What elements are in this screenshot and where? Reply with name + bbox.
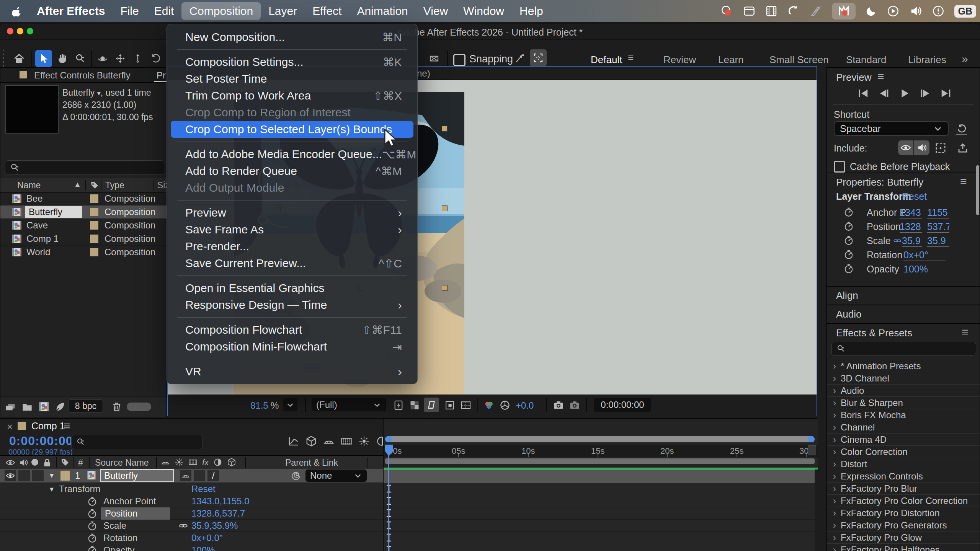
- group-chevron[interactable]: ▾: [50, 484, 54, 494]
- effects-group[interactable]: ›FxFactory Pro Blur: [827, 483, 980, 495]
- audio-column-icon[interactable]: [18, 458, 28, 468]
- transform-reset-button[interactable]: Reset: [191, 484, 216, 494]
- timeline-search-input[interactable]: [71, 435, 203, 449]
- zoom-tool[interactable]: [72, 50, 89, 67]
- effects-group[interactable]: ›FxFactory Pro Generators: [827, 519, 980, 531]
- right-column-scrollbar[interactable]: [976, 165, 979, 215]
- project-row-cave[interactable]: Cave Composition: [0, 219, 167, 232]
- position-y-value[interactable]: 537.7: [927, 221, 949, 233]
- parent-link-column[interactable]: Parent & Link: [285, 458, 338, 468]
- timeline-tab-comp-1[interactable]: Comp 1: [31, 421, 65, 432]
- trash-icon[interactable]: [111, 401, 122, 412]
- film-status-icon[interactable]: [765, 5, 777, 17]
- audio-panel[interactable]: Audio: [826, 305, 980, 324]
- align-panel[interactable]: Align: [826, 286, 980, 305]
- effects-group[interactable]: ›FxFactory Pro Color Correction: [827, 495, 980, 507]
- cache-before-playback-checkbox[interactable]: [834, 161, 845, 173]
- rotation-row[interactable]: Rotation 0x+0.0°: [0, 532, 383, 544]
- workspace-tab-standard[interactable]: Standard: [846, 54, 887, 66]
- stopwatch-icon[interactable]: [844, 235, 854, 245]
- project-row-butterfly-selected[interactable]: Butterfly Composition: [0, 205, 167, 219]
- first-frame-button[interactable]: [858, 88, 869, 99]
- thumbnail-size-slider[interactable]: [127, 403, 151, 411]
- stopwatch-icon[interactable]: [87, 533, 97, 543]
- effects-group[interactable]: ›FxFactory Pro Distortion: [827, 507, 980, 519]
- effects-group[interactable]: ›3D Channel: [827, 372, 980, 385]
- menu-item-responsive-design-time[interactable]: Responsive Design — Time›: [171, 297, 413, 313]
- interpret-footage-icon[interactable]: [5, 402, 16, 412]
- fx-column-icon[interactable]: fx: [202, 458, 209, 468]
- include-overlays-icon[interactable]: [935, 142, 946, 154]
- effects-group[interactable]: ›Expression Controls: [827, 470, 980, 483]
- effects-group[interactable]: ›Audio: [827, 385, 980, 397]
- label-column-icon[interactable]: [90, 181, 99, 190]
- new-folder-icon[interactable]: [22, 402, 33, 412]
- anchor-y-value[interactable]: 1155: [927, 207, 949, 218]
- menu-item-add-to-render-queue[interactable]: Add to Render Queue^⌘M: [171, 163, 413, 179]
- bit-depth-button[interactable]: 8 bpc: [69, 399, 103, 412]
- tab-project-fragment[interactable]: Pr: [157, 70, 166, 81]
- stopwatch-icon[interactable]: [87, 496, 97, 506]
- resolution-dropdown[interactable]: (Full): [312, 398, 386, 411]
- menu-item-composition-flowchart[interactable]: Composition Flowchart⇧⌘F11: [171, 321, 413, 338]
- frame-blending-icon[interactable]: [341, 435, 352, 447]
- menu-item-composition-mini-flowchart[interactable]: Composition Mini-Flowchart⇥: [171, 338, 413, 355]
- parent-pickwhip-icon[interactable]: [291, 471, 301, 481]
- timeline-horizontal-scrollbar[interactable]: [385, 436, 815, 442]
- viewer-tab-fragment[interactable]: ne): [417, 68, 430, 79]
- viewer-timecode[interactable]: 0:00:00:00: [594, 398, 651, 412]
- adjustment-column-icon[interactable]: [213, 458, 222, 467]
- stopwatch-icon[interactable]: [87, 521, 97, 531]
- motion-blur-icon[interactable]: [358, 435, 370, 447]
- snap-along-edges-icon[interactable]: [511, 50, 528, 67]
- opacity-row[interactable]: Opacity 100%: [0, 544, 383, 551]
- workspace-tab-small-screen[interactable]: Small Screen: [769, 54, 829, 66]
- layer-name-butterfly[interactable]: Butterfly: [100, 469, 174, 482]
- menu-animation[interactable]: Animation: [349, 2, 415, 20]
- workspace-tab-default[interactable]: Default: [591, 54, 622, 66]
- timeline-tab-close-icon[interactable]: ×: [7, 421, 13, 433]
- tab-effect-controls[interactable]: Effect Controls Butterfly: [34, 70, 131, 81]
- display-icon[interactable]: [743, 5, 755, 17]
- lock-column-icon[interactable]: [42, 458, 52, 468]
- draft-3d-icon[interactable]: [305, 435, 317, 447]
- layer-transform-reset-button[interactable]: Reset: [902, 191, 927, 202]
- sync-status-icon[interactable]: [787, 5, 800, 17]
- hide-shy-layers-icon[interactable]: [323, 435, 335, 447]
- timeline-current-timecode[interactable]: 0:00:00:00: [9, 434, 73, 448]
- menubar-app-m-icon[interactable]: [832, 3, 856, 20]
- menu-item-preview[interactable]: Preview›: [171, 204, 413, 221]
- timeline-tab-menu-icon[interactable]: ≡: [64, 419, 70, 432]
- effects-group[interactable]: ›Boris FX Mocha: [827, 409, 980, 421]
- layer-visibility-eye[interactable]: [5, 470, 16, 481]
- dropdown-arrow-icon[interactable]: ▾: [97, 90, 101, 97]
- handle-mid-right[interactable]: [442, 205, 448, 211]
- layer-label-chip[interactable]: [60, 471, 70, 481]
- position-x-value[interactable]: 1328: [900, 221, 922, 233]
- scrollbar-left-handle[interactable]: [385, 436, 392, 442]
- preview-panel-menu-icon[interactable]: ≡: [877, 70, 884, 83]
- workspace-tab-libraries[interactable]: Libraries: [908, 54, 946, 66]
- project-row-world[interactable]: World Composition: [0, 246, 167, 259]
- 3d-column-icon[interactable]: [227, 458, 236, 467]
- anchor-point-row[interactable]: Anchor Point 1343.0,1155.0: [0, 495, 383, 507]
- snap-to-features-button[interactable]: [530, 49, 547, 66]
- shortcut-dropdown[interactable]: Spacebar: [834, 121, 949, 136]
- parent-dropdown[interactable]: None: [305, 469, 367, 482]
- work-area-bar[interactable]: [385, 458, 815, 464]
- label-color-chip[interactable]: [90, 208, 98, 216]
- scale-value[interactable]: 35.9,35.9%: [191, 520, 238, 531]
- menu-window[interactable]: Window: [456, 2, 512, 20]
- mini-flowchart-icon[interactable]: [288, 435, 299, 447]
- shy-column-icon[interactable]: [161, 458, 170, 467]
- label-color-chip[interactable]: [90, 235, 98, 243]
- label-color-chip[interactable]: [90, 194, 98, 203]
- frame-blend-column-icon[interactable]: [188, 458, 198, 467]
- effects-group[interactable]: ›FxFactory Pro Glow: [827, 531, 980, 544]
- guides-rulers-icon[interactable]: [461, 400, 471, 411]
- stopwatch-icon[interactable]: [844, 264, 854, 274]
- export-preview-icon[interactable]: [957, 142, 969, 154]
- scrollbar-right-handle[interactable]: [808, 436, 815, 442]
- label-column-icon[interactable]: [60, 458, 70, 467]
- effects-group[interactable]: ›Blur & Sharpen: [827, 397, 980, 409]
